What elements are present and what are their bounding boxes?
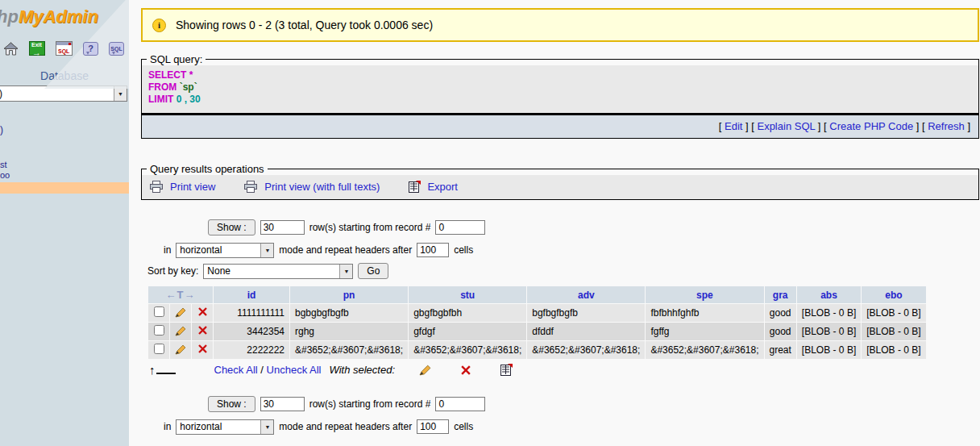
refresh-link[interactable]: Refresh [928,120,965,132]
check-all-link[interactable]: Check All [214,364,258,376]
logo-text-orange: MyAdmin [19,6,98,27]
cell-gra: good [765,304,796,322]
check-links: Check All / Uncheck All [214,364,322,376]
show-button[interactable]: Show : [208,396,255,412]
sidebar-selected-table-highlight[interactable] [0,182,129,194]
explain-sql-link[interactable]: Explain SQL [757,120,815,132]
sidebar-database-link[interactable]: ) [0,124,129,135]
nav-toolbar: Exit → SQL ? SQL [3,40,129,56]
status-message: i Showing rows 0 - 2 (3 total, Query too… [141,8,979,42]
start-record-input[interactable] [435,220,485,235]
table-row: 3442354 rghg gfdgf dfddf fgffg good [BLO… [148,323,926,340]
direction-toggle-icon[interactable]: ←T→ [166,289,196,301]
column-header-stu[interactable]: stu [409,286,526,303]
printer-icon [150,181,164,193]
column-header-abs[interactable]: abs [797,286,861,303]
results-table: ←T→ id pn stu adv spe gra abs ebo 111111… [147,286,927,360]
display-mode-select[interactable]: horizontal ▼ [176,243,274,258]
rows-label: row(s) starting from record # [309,222,431,233]
pagination-top-row1: Show : row(s) starting from record # [141,218,980,237]
with-selected-label: With selected: [330,364,396,376]
cell-spe: fbfbhhfghfb [646,304,763,322]
cell-ebo: [BLOB - 0 B] [862,304,925,322]
delete-x-icon[interactable] [197,325,208,336]
home-icon[interactable] [3,42,19,56]
mode-label: mode and repeat headers after [279,244,412,256]
operations-content: Print view Print view (with full texts) … [142,175,978,199]
column-header-adv[interactable]: adv [527,286,645,303]
sql-code-block: SELECT * FROM `sp` LIMIT 0 , 30 [142,65,978,113]
sort-key-value: None [207,265,339,277]
help-icon[interactable]: ? [83,42,98,56]
go-button[interactable]: Go [358,263,388,279]
query-window-glyph: SQL [110,46,122,52]
edit-link[interactable]: Edit [725,120,742,132]
cells-label: cells [454,421,473,432]
delete-x-icon[interactable] [197,344,208,354]
navigation-panel: hpMyAdmin Exit → SQL ? SQL Database ) ▼ … [0,0,129,446]
column-header-id[interactable]: id [214,286,289,303]
exit-icon[interactable]: Exit → [29,41,45,56]
start-record-input[interactable] [435,397,485,411]
column-header-pn[interactable]: pn [290,286,408,303]
bracket: ] [742,120,751,132]
check-links-separator: / [260,364,264,376]
display-direction-toggle[interactable]: ←T→ [148,286,213,303]
cell-gra: great [765,341,796,359]
sort-key-select[interactable]: None ▼ [203,264,353,279]
row-checkbox[interactable] [154,344,164,354]
display-mode-value: horizontal [180,421,260,432]
show-button[interactable]: Show : [208,219,255,236]
row-checkbox[interactable] [154,325,164,336]
help-icon-glyph: ? [88,44,93,53]
sql-keyword: FROM [148,81,176,93]
column-header-gra[interactable]: gra [765,286,796,303]
print-view-full-texts-link[interactable]: Print view (with full texts) [264,181,380,193]
uncheck-all-link[interactable]: Uncheck All [267,364,322,376]
chevron-down-icon[interactable]: ▼ [339,265,352,278]
chevron-down-icon[interactable]: ▼ [260,420,273,434]
in-label: in [164,244,171,256]
row-checkbox[interactable] [154,306,164,317]
chevron-down-icon[interactable]: ▼ [260,244,273,257]
cell-id: 2222222 [214,341,289,359]
cell-id: 1111111111 [214,304,289,322]
delete-x-icon[interactable] [197,306,208,317]
rows-count-input[interactable] [260,220,305,235]
column-header-ebo[interactable]: ebo [862,286,925,303]
repeat-headers-input[interactable] [417,243,449,257]
export-icon[interactable] [500,364,513,376]
logo-text-gray: hp [0,6,19,27]
sidebar-table-link[interactable]: st [0,160,129,170]
table-row: 1111111111 bgbgbgfbgfb gbgfbgbfbh bgfbgf… [148,304,926,322]
phpmyadmin-logo[interactable]: hpMyAdmin [0,6,129,27]
sql-window-icon[interactable]: SQL [56,41,73,56]
edit-pencil-icon[interactable] [175,344,186,355]
pagination-bottom-row1: Show : row(s) starting from record # [141,394,980,414]
query-window-icon[interactable]: SQL [109,42,124,56]
operations-legend: Query results operations [147,163,268,175]
cell-ebo: [BLOB - 0 B] [862,323,925,340]
edit-pencil-icon[interactable] [419,364,431,376]
bracket: ] [913,120,922,132]
create-php-code-link[interactable]: Create PHP Code [829,120,913,132]
column-header-spe[interactable]: spe [646,286,763,303]
print-view-link[interactable]: Print view [170,181,215,193]
status-message-text: Showing rows 0 - 2 (3 total, Query took … [176,19,433,31]
query-results-operations-fieldset: Query results operations Print view Prin… [141,163,979,200]
edit-pencil-icon[interactable] [175,325,186,336]
export-link[interactable]: Export [427,181,458,193]
sidebar-table-link[interactable]: oo [0,170,129,181]
repeat-headers-input[interactable] [417,419,449,434]
sort-by-key-label: Sort by key: [147,265,198,277]
edit-pencil-icon[interactable] [175,306,186,318]
info-icon: i [152,19,166,32]
printer-icon [244,181,258,193]
delete-x-icon[interactable] [460,365,471,376]
sql-actions-bar: [ Edit ] [ Explain SQL ] [ Create PHP Co… [142,113,978,138]
rows-count-input[interactable] [260,397,305,411]
display-mode-select[interactable]: horizontal ▼ [176,419,274,435]
cell-pn: &#3652;&#3607;&#3618; [290,341,408,359]
cell-abs: [BLOB - 0 B] [797,304,861,322]
table-row: 2222222 &#3652;&#3607;&#3618; &#3652;&#3… [148,341,926,359]
